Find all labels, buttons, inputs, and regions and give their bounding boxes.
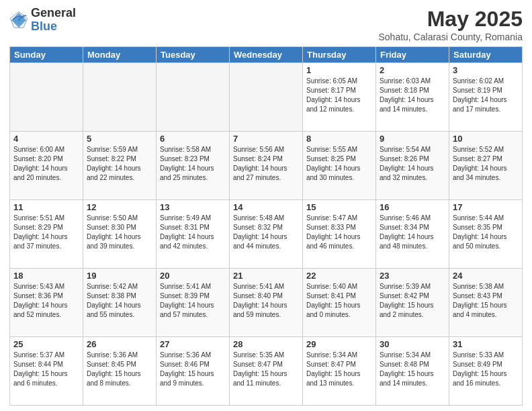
calendar-cell: 27Sunrise: 5:36 AM Sunset: 8:46 PM Dayli… [157,337,230,406]
day-number: 19 [87,271,152,281]
day-number: 17 [453,202,519,212]
calendar-cell: 28Sunrise: 5:35 AM Sunset: 8:47 PM Dayli… [230,337,303,406]
day-info: Sunrise: 5:44 AM Sunset: 8:35 PM Dayligh… [453,214,519,251]
day-of-week-wednesday: Wednesday [230,47,303,63]
header: General Blue May 2025 Sohatu, Calarasi C… [9,7,523,42]
day-number: 9 [380,134,445,144]
day-number: 26 [87,339,152,349]
calendar-cell: 8Sunrise: 5:55 AM Sunset: 8:25 PM Daylig… [303,132,376,200]
day-of-week-thursday: Thursday [303,47,376,63]
calendar-cell: 16Sunrise: 5:46 AM Sunset: 8:34 PM Dayli… [376,200,449,269]
calendar-cell: 1Sunrise: 6:05 AM Sunset: 8:17 PM Daylig… [303,63,376,132]
day-number: 11 [13,202,79,212]
day-number: 3 [453,65,519,75]
day-number: 16 [380,202,445,212]
calendar-cell: 15Sunrise: 5:47 AM Sunset: 8:33 PM Dayli… [303,200,376,269]
day-info: Sunrise: 5:34 AM Sunset: 8:47 PM Dayligh… [306,351,372,388]
calendar-cell: 11Sunrise: 5:51 AM Sunset: 8:29 PM Dayli… [10,200,83,269]
day-of-week-tuesday: Tuesday [157,47,230,63]
day-of-week-friday: Friday [376,47,449,63]
page: General Blue May 2025 Sohatu, Calarasi C… [0,0,532,411]
calendar-cell: 25Sunrise: 5:37 AM Sunset: 8:44 PM Dayli… [10,337,83,406]
calendar-cell: 30Sunrise: 5:34 AM Sunset: 8:48 PM Dayli… [376,337,449,406]
week-row-4: 18Sunrise: 5:43 AM Sunset: 8:36 PM Dayli… [10,269,523,337]
day-info: Sunrise: 5:41 AM Sunset: 8:40 PM Dayligh… [233,282,299,320]
day-info: Sunrise: 5:54 AM Sunset: 8:26 PM Dayligh… [380,145,445,183]
calendar-header-row: SundayMondayTuesdayWednesdayThursdayFrid… [10,47,523,63]
calendar-cell: 31Sunrise: 5:33 AM Sunset: 8:49 PM Dayli… [449,337,523,406]
logo-icon [9,11,28,30]
calendar-cell: 10Sunrise: 5:52 AM Sunset: 8:27 PM Dayli… [449,132,523,200]
day-info: Sunrise: 5:48 AM Sunset: 8:32 PM Dayligh… [233,214,299,251]
day-of-week-saturday: Saturday [449,47,523,63]
day-info: Sunrise: 5:49 AM Sunset: 8:31 PM Dayligh… [160,214,226,251]
week-row-1: 1Sunrise: 6:05 AM Sunset: 8:17 PM Daylig… [10,63,523,132]
day-info: Sunrise: 5:36 AM Sunset: 8:45 PM Dayligh… [87,351,152,388]
calendar-table: SundayMondayTuesdayWednesdayThursdayFrid… [9,46,523,406]
day-info: Sunrise: 6:02 AM Sunset: 8:19 PM Dayligh… [453,77,519,114]
calendar-cell: 19Sunrise: 5:42 AM Sunset: 8:38 PM Dayli… [83,269,157,337]
location: Sohatu, Calarasi County, Romania [378,32,523,42]
calendar-cell: 26Sunrise: 5:36 AM Sunset: 8:45 PM Dayli… [83,337,157,406]
week-row-3: 11Sunrise: 5:51 AM Sunset: 8:29 PM Dayli… [10,200,523,269]
day-info: Sunrise: 5:40 AM Sunset: 8:41 PM Dayligh… [306,282,372,320]
calendar-cell: 3Sunrise: 6:02 AM Sunset: 8:19 PM Daylig… [449,63,523,132]
day-info: Sunrise: 5:55 AM Sunset: 8:25 PM Dayligh… [306,145,372,183]
day-number: 2 [380,65,445,75]
calendar-cell [10,63,83,132]
day-number: 22 [306,271,372,281]
calendar-cell: 20Sunrise: 5:41 AM Sunset: 8:39 PM Dayli… [157,269,230,337]
logo-text: General Blue [31,7,76,34]
day-number: 24 [453,271,519,281]
calendar-cell: 5Sunrise: 5:59 AM Sunset: 8:22 PM Daylig… [83,132,157,200]
day-info: Sunrise: 5:33 AM Sunset: 8:49 PM Dayligh… [453,351,519,388]
logo-blue-text: Blue [31,20,76,34]
calendar-cell: 21Sunrise: 5:41 AM Sunset: 8:40 PM Dayli… [230,269,303,337]
day-number: 7 [233,134,299,144]
calendar-cell: 23Sunrise: 5:39 AM Sunset: 8:42 PM Dayli… [376,269,449,337]
calendar-cell: 14Sunrise: 5:48 AM Sunset: 8:32 PM Dayli… [230,200,303,269]
day-number: 29 [306,339,372,349]
calendar-cell: 13Sunrise: 5:49 AM Sunset: 8:31 PM Dayli… [157,200,230,269]
day-info: Sunrise: 5:47 AM Sunset: 8:33 PM Dayligh… [306,214,372,251]
calendar-cell: 7Sunrise: 5:56 AM Sunset: 8:24 PM Daylig… [230,132,303,200]
calendar-cell [157,63,230,132]
week-row-5: 25Sunrise: 5:37 AM Sunset: 8:44 PM Dayli… [10,337,523,406]
day-number: 8 [306,134,372,144]
day-of-week-sunday: Sunday [10,47,83,63]
day-info: Sunrise: 6:05 AM Sunset: 8:17 PM Dayligh… [306,77,372,114]
day-number: 13 [160,202,226,212]
day-of-week-monday: Monday [83,47,157,63]
calendar-cell: 12Sunrise: 5:50 AM Sunset: 8:30 PM Dayli… [83,200,157,269]
logo-general-text: General [31,7,76,20]
day-number: 21 [233,271,299,281]
day-number: 23 [380,271,445,281]
day-info: Sunrise: 5:43 AM Sunset: 8:36 PM Dayligh… [13,282,79,320]
day-number: 25 [13,339,79,349]
day-info: Sunrise: 5:39 AM Sunset: 8:42 PM Dayligh… [380,282,445,320]
day-info: Sunrise: 5:41 AM Sunset: 8:39 PM Dayligh… [160,282,226,320]
day-info: Sunrise: 5:35 AM Sunset: 8:47 PM Dayligh… [233,351,299,388]
day-info: Sunrise: 5:37 AM Sunset: 8:44 PM Dayligh… [13,351,79,388]
title-area: May 2025 Sohatu, Calarasi County, Romani… [378,7,523,42]
day-info: Sunrise: 5:42 AM Sunset: 8:38 PM Dayligh… [87,282,152,320]
calendar-cell: 17Sunrise: 5:44 AM Sunset: 8:35 PM Dayli… [449,200,523,269]
day-number: 14 [233,202,299,212]
day-number: 4 [13,134,79,144]
day-number: 12 [87,202,152,212]
calendar-cell: 22Sunrise: 5:40 AM Sunset: 8:41 PM Dayli… [303,269,376,337]
day-number: 1 [306,65,372,75]
day-number: 10 [453,134,519,144]
month-title: May 2025 [378,7,523,32]
day-number: 27 [160,339,226,349]
calendar-cell [230,63,303,132]
day-number: 28 [233,339,299,349]
calendar-cell: 24Sunrise: 5:38 AM Sunset: 8:43 PM Dayli… [449,269,523,337]
day-info: Sunrise: 5:59 AM Sunset: 8:22 PM Dayligh… [87,145,152,183]
calendar-cell: 4Sunrise: 6:00 AM Sunset: 8:20 PM Daylig… [10,132,83,200]
day-info: Sunrise: 5:58 AM Sunset: 8:23 PM Dayligh… [160,145,226,183]
day-info: Sunrise: 5:50 AM Sunset: 8:30 PM Dayligh… [87,214,152,251]
day-number: 5 [87,134,152,144]
calendar-cell: 29Sunrise: 5:34 AM Sunset: 8:47 PM Dayli… [303,337,376,406]
day-info: Sunrise: 6:00 AM Sunset: 8:20 PM Dayligh… [13,145,79,183]
